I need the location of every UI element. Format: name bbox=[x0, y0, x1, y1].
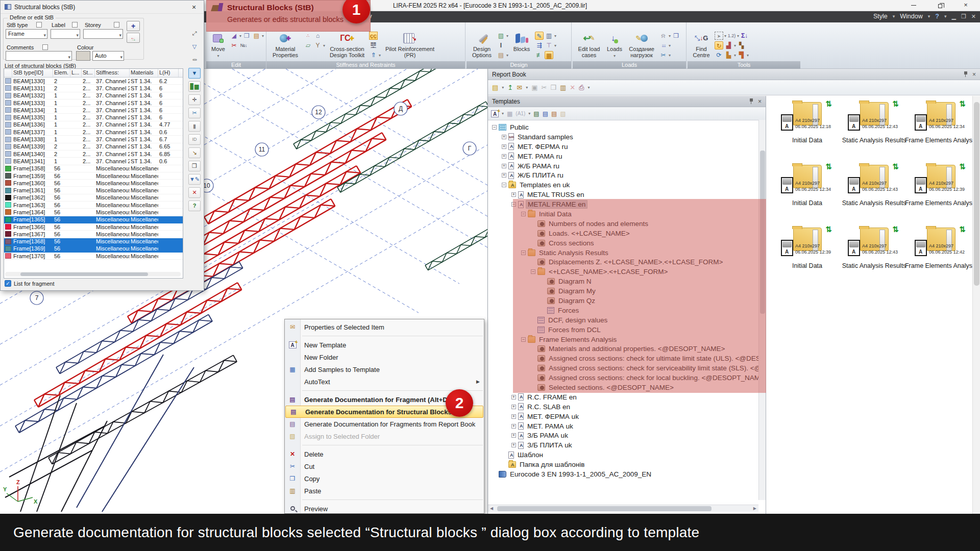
help-icon[interactable]: ? bbox=[188, 201, 201, 211]
collapse-icon[interactable]: − bbox=[502, 183, 506, 187]
distributed-load-icon[interactable]: ↓↓↓ bbox=[659, 41, 668, 49]
print-icon[interactable]: ⎙ bbox=[579, 84, 584, 92]
add-samples-icon[interactable]: ▦ bbox=[507, 110, 512, 117]
close-icon[interactable]: × bbox=[188, 3, 200, 11]
minimize-button[interactable] bbox=[910, 2, 918, 10]
table-row[interactable]: BEAM[1335]12...37. Channel 24ST 1.34.6 bbox=[4, 114, 183, 121]
tree-item[interactable]: Папка для шаблонів bbox=[488, 460, 758, 469]
list-add-icon[interactable]: ≢ bbox=[535, 51, 544, 59]
doc-minimize-icon[interactable]: ▁ bbox=[951, 13, 955, 20]
table-row[interactable]: Frame[1368]56MiscellaneousMiscellaneous bbox=[4, 238, 183, 245]
table-row[interactable]: BEAM[1340]22...37. Channel 24ST 1.34.6.8… bbox=[4, 151, 183, 158]
table-row[interactable]: BEAM[1336]12...37. Channel 24ST 1.34.4.7… bbox=[4, 121, 183, 129]
tree-item[interactable]: +З/Б ПЛИТА uk bbox=[488, 440, 758, 450]
table-row[interactable]: Frame[1362]56MiscellaneousMiscellaneous bbox=[4, 194, 183, 202]
palette-icon[interactable]: ▚ bbox=[737, 41, 746, 49]
collapse-icon[interactable]: − bbox=[521, 337, 526, 342]
expand-icon[interactable]: + bbox=[502, 135, 506, 139]
expand-icon[interactable]: + bbox=[502, 154, 506, 159]
edit-template-icon[interactable]: ▤ bbox=[543, 110, 548, 117]
export-template-icon[interactable]: ▤ bbox=[533, 110, 539, 117]
add-node-icon[interactable]: ✛ bbox=[188, 94, 201, 105]
label-checkbox[interactable] bbox=[72, 22, 78, 28]
mosaic2-icon[interactable]: ▜ bbox=[737, 51, 746, 59]
expand-icon[interactable]: + bbox=[511, 433, 516, 438]
menu-item[interactable]: ✂Cut bbox=[285, 460, 484, 472]
create-loads-button[interactable]: ✎ Создание нагрузок▾ bbox=[626, 31, 657, 65]
collapse-icon[interactable]: − bbox=[492, 125, 497, 130]
filter-flag-icon[interactable]: ▽ bbox=[188, 41, 201, 52]
tree-item[interactable]: Selected sections. <@DESOPT_NAME> bbox=[488, 383, 758, 392]
label-select[interactable]: ▾ bbox=[51, 29, 80, 39]
chart-icon[interactable]: ▊▆ bbox=[188, 81, 201, 92]
storeys-icon[interactable]: ▥ bbox=[545, 32, 553, 40]
tree-item[interactable]: −Frame Elements Analysis bbox=[488, 335, 758, 344]
stb-type-checkbox[interactable] bbox=[36, 22, 42, 28]
restore-button[interactable] bbox=[936, 2, 944, 10]
pages-vertical-scrollbar[interactable] bbox=[972, 96, 980, 514]
table-row[interactable]: BEAM[1330]22...37. Channel 24ST 1.34.6.2 bbox=[4, 78, 183, 85]
draw-plate-icon[interactable]: ◢ bbox=[230, 32, 238, 40]
checkbox-checked-icon[interactable]: ✓ bbox=[5, 280, 11, 287]
colour-swatch[interactable] bbox=[76, 51, 90, 61]
flag-icon[interactable]: ⊤ bbox=[545, 41, 553, 49]
save-report-icon[interactable]: ▣ bbox=[531, 84, 537, 91]
tree-item[interactable]: Cross sections bbox=[488, 238, 758, 248]
pin-icon[interactable] bbox=[749, 98, 754, 104]
table-row[interactable]: BEAM[1338]12...37. Channel 24ST 1.34.6.7 bbox=[4, 136, 183, 143]
close-button[interactable]: × bbox=[962, 2, 970, 10]
section-cc-icon[interactable]: ÇÇ bbox=[369, 32, 378, 40]
tree-item[interactable]: +Standard samples bbox=[488, 132, 758, 142]
pilot-reinforcement-button[interactable]: ↘ Pilot Reinforcement (PR)▾ bbox=[382, 31, 437, 65]
scroll-right-icon[interactable]: ▶ bbox=[753, 506, 756, 511]
close-icon[interactable]: × bbox=[758, 98, 762, 105]
stb-table[interactable]: StB type[ID] Elem. L... St... Stiffness:… bbox=[4, 68, 183, 279]
tree-item[interactable]: Loads. <+LCASE_NAME> bbox=[488, 229, 758, 238]
report-page-item[interactable]: ⇄A4 210x29706.06.2025 12:43Static Analys… bbox=[841, 226, 908, 288]
new-template-icon[interactable]: A bbox=[491, 110, 499, 117]
supports-icon[interactable]: ∴ bbox=[304, 32, 312, 40]
arrow-diagonal-icon[interactable]: ↘ bbox=[188, 147, 201, 158]
edit-load-cases-button[interactable]: ↩✎ Edit load cases bbox=[575, 31, 603, 58]
tree-item[interactable]: −Static Analysis Results bbox=[488, 248, 758, 258]
brush-icon[interactable]: ▮ bbox=[188, 121, 201, 132]
pin-icon[interactable] bbox=[964, 71, 968, 77]
colour-select[interactable]: Auto▾ bbox=[92, 51, 124, 61]
menu-style[interactable]: Style bbox=[873, 13, 888, 20]
storey-select[interactable]: ▾ bbox=[83, 29, 123, 39]
calc-blocks-icon[interactable]: ▦ bbox=[545, 51, 553, 59]
table-row[interactable]: Frame[1365]56MiscellaneousMiscellaneous bbox=[4, 216, 183, 223]
menu-item[interactable]: ANew Template bbox=[285, 339, 484, 351]
local-axes-icon[interactable]: Y bbox=[313, 41, 322, 49]
collapse-icon[interactable]: − bbox=[531, 269, 535, 274]
tree-item[interactable]: Assigned cross sections: check for servi… bbox=[488, 363, 758, 373]
tree-item[interactable]: +МЕТ. ФЕРМА ru bbox=[488, 142, 758, 152]
new-report-icon[interactable]: ▤ bbox=[492, 84, 498, 91]
menu-item[interactable]: New Folder bbox=[285, 351, 484, 363]
tree-item[interactable]: −METAL FRAME en bbox=[488, 199, 758, 209]
find-centre-button[interactable]: ⤡↓G Find Centre bbox=[690, 31, 713, 58]
cross-section-toolkit-button[interactable]: ГС✚ Cross-section Design Toolkit▾ bbox=[327, 31, 368, 65]
collapse-icon[interactable]: − bbox=[521, 251, 526, 255]
expand-icon[interactable]: + bbox=[511, 414, 516, 419]
cut-selection-icon[interactable]: ✕ bbox=[188, 187, 201, 198]
tree-item[interactable]: +МЕТ. РАМА uk bbox=[488, 421, 758, 431]
expand-icon[interactable]: + bbox=[502, 164, 506, 168]
list-for-fragment-row[interactable]: ✓ List for fragment bbox=[5, 280, 54, 287]
design-options-button[interactable]: Design Options bbox=[469, 31, 495, 58]
tree-item[interactable]: +МЕТ. РАМА ru bbox=[488, 152, 758, 161]
tree-horizontal-scrollbar[interactable]: ◀ ▶ bbox=[488, 505, 758, 512]
tree-item[interactable]: Displacements Z. <+LCASE_NAME>.<+LCASE_F… bbox=[488, 257, 758, 267]
tree-item[interactable]: +З/Б РАМА uk bbox=[488, 431, 758, 441]
table-row[interactable]: BEAM[1332]12...37. Channel 24ST 1.34.6 bbox=[4, 92, 183, 99]
menu-window[interactable]: Window bbox=[900, 13, 922, 20]
tree-item[interactable]: +МЕТ. ФЕРМА uk bbox=[488, 412, 758, 421]
tree-item[interactable]: Assigned cross sections: check for ultim… bbox=[488, 354, 758, 363]
tree-item[interactable]: −<+LCASE_NAME>.<+LCASE_FORM> bbox=[488, 267, 758, 277]
menu-item[interactable]: ▥Paste bbox=[285, 485, 484, 497]
filter-icon[interactable]: ▼ bbox=[188, 68, 201, 79]
mosaic-icon[interactable]: ▙ bbox=[724, 51, 733, 59]
menu-item[interactable]: ❒Copy bbox=[285, 472, 484, 485]
add-stb-button[interactable]: + bbox=[127, 21, 140, 31]
structural-blocks-icon[interactable]: ✎ bbox=[535, 32, 544, 40]
